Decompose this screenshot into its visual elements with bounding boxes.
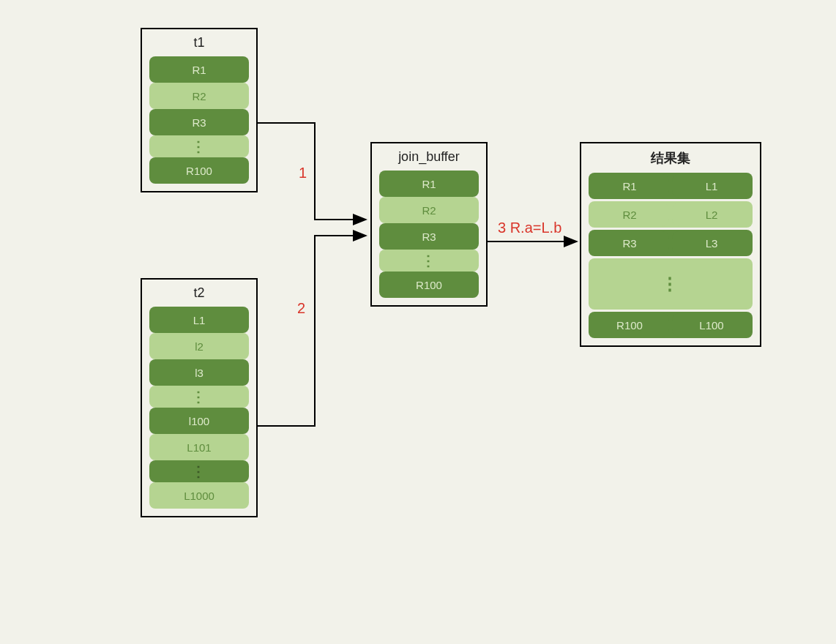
box-t1-title: t1 bbox=[142, 29, 256, 50]
result-cell-right: L2 bbox=[672, 203, 751, 226]
edge-2-label: 2 bbox=[297, 300, 305, 317]
edge-1-label: 1 bbox=[299, 165, 307, 181]
jb-row: R1 bbox=[379, 171, 479, 197]
result-row: R1 L1 bbox=[589, 173, 753, 199]
result-cell-right: L3 bbox=[672, 231, 751, 255]
result-cell-right: L1 bbox=[672, 174, 751, 198]
edge-3-label: 3 R.a=L.b bbox=[498, 220, 561, 236]
box-result: 结果集 R1 L1 R2 L2 R3 L3 ⋮ R100 L100 bbox=[580, 142, 761, 347]
result-cell-left: R100 bbox=[590, 313, 669, 337]
box-t1-body: R1 R2 R3 ⋮ R100 bbox=[142, 56, 256, 191]
box-result-title: 结果集 bbox=[581, 143, 760, 167]
t1-row: R1 bbox=[149, 56, 249, 83]
t2-row: L1000 bbox=[149, 482, 249, 509]
t2-row: L1 bbox=[149, 307, 249, 333]
result-row: R100 L100 bbox=[589, 312, 753, 338]
result-row: R3 L3 bbox=[589, 230, 753, 256]
edge-1 bbox=[258, 123, 366, 220]
t1-row: R2 bbox=[149, 83, 249, 109]
result-cell-left: R1 bbox=[590, 174, 669, 198]
result-cell-left: R3 bbox=[590, 231, 669, 255]
t1-row: R100 bbox=[149, 157, 249, 184]
box-t2-title: t2 bbox=[142, 280, 256, 301]
box-t2-body: L1 l2 l3 ⋮ l100 L101 ⋮ L1000 bbox=[142, 307, 256, 516]
t1-dots: ⋮ bbox=[149, 135, 249, 157]
t2-dots: ⋮ bbox=[149, 460, 249, 482]
result-dots: ⋮ bbox=[589, 258, 753, 310]
result-row: R2 L2 bbox=[589, 201, 753, 228]
t2-row: l3 bbox=[149, 359, 249, 386]
edge-2 bbox=[258, 236, 366, 426]
jb-dots: ⋮ bbox=[379, 250, 479, 272]
result-cell-left: R2 bbox=[590, 203, 669, 226]
jb-row: R100 bbox=[379, 272, 479, 298]
box-result-body: R1 L1 R2 L2 R3 L3 ⋮ R100 L100 bbox=[581, 173, 760, 345]
t2-dots: ⋮ bbox=[149, 386, 249, 408]
box-join-buffer: join_buffer R1 R2 R3 ⋮ R100 bbox=[370, 142, 488, 307]
t1-row: R3 bbox=[149, 109, 249, 135]
t2-row: l2 bbox=[149, 333, 249, 359]
box-join-buffer-body: R1 R2 R3 ⋮ R100 bbox=[372, 171, 486, 305]
result-cell-right: L100 bbox=[672, 313, 751, 337]
jb-row: R3 bbox=[379, 223, 479, 250]
t2-row: L101 bbox=[149, 434, 249, 460]
box-t2: t2 L1 l2 l3 ⋮ l100 L101 ⋮ L1000 bbox=[141, 278, 258, 517]
jb-row: R2 bbox=[379, 197, 479, 223]
box-join-buffer-title: join_buffer bbox=[372, 143, 486, 165]
t2-row: l100 bbox=[149, 408, 249, 434]
box-t1: t1 R1 R2 R3 ⋮ R100 bbox=[141, 28, 258, 192]
